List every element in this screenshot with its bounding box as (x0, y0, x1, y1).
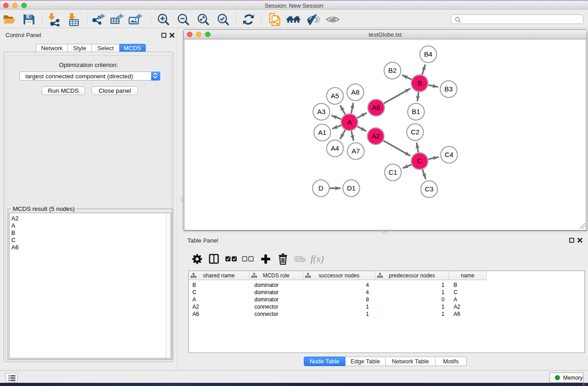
svg-text:C3: C3 (425, 185, 433, 193)
svg-text:A6: A6 (372, 104, 380, 111)
svg-text:A: A (347, 118, 352, 126)
svg-text:A1: A1 (318, 129, 326, 136)
svg-text:A3: A3 (317, 108, 325, 115)
svg-text:B: B (417, 79, 422, 87)
svg-text:D1: D1 (347, 184, 355, 192)
svg-text:A8: A8 (351, 88, 359, 96)
svg-text:C2: C2 (411, 128, 419, 136)
svg-text:A7: A7 (352, 147, 360, 155)
svg-text:B3: B3 (445, 85, 453, 93)
svg-text:A4: A4 (331, 144, 339, 152)
svg-text:B1: B1 (412, 108, 420, 115)
svg-text:C: C (417, 157, 422, 165)
svg-text:B4: B4 (424, 50, 432, 58)
svg-text:B2: B2 (388, 67, 397, 74)
svg-text:A2: A2 (372, 132, 380, 140)
svg-text:D: D (319, 184, 324, 192)
svg-text:A5: A5 (331, 92, 339, 100)
svg-text:C1: C1 (388, 168, 397, 176)
svg-text:C4: C4 (445, 151, 453, 158)
